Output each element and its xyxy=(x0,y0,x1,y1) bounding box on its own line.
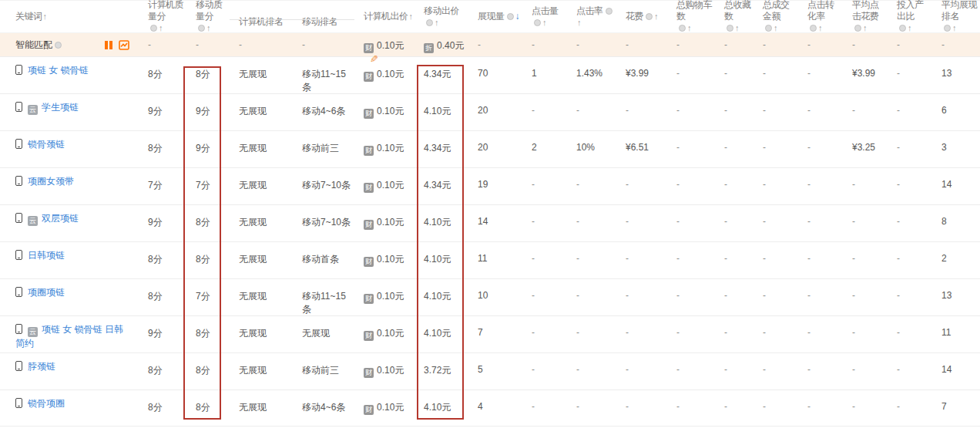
impressions-value: 14 xyxy=(478,216,488,227)
gmv-value: - xyxy=(763,290,766,301)
header-cell-mobile_bid[interactable]: 移动出价↑ xyxy=(414,1,468,32)
info-icon[interactable] xyxy=(534,19,541,26)
mobile_rank-value: 移动4~6条 xyxy=(302,402,345,413)
pc_rank-value: 无展现 xyxy=(239,106,267,116)
cvr-value: - xyxy=(807,68,811,79)
sort-down-icon[interactable]: ↓ xyxy=(515,11,520,22)
keyword-link[interactable]: 锁骨颈链 xyxy=(28,139,65,150)
avg_cpc-value: - xyxy=(852,290,855,301)
table-cell-clicks: - xyxy=(522,94,567,130)
table-cell-clicks: - xyxy=(522,168,567,204)
header-cell-pc_bid[interactable]: 计算机出价↑ xyxy=(354,1,414,32)
header-cell-pc_quality[interactable]: 计算机质量分↑ xyxy=(139,1,186,32)
table-cell-carts: - xyxy=(667,353,715,389)
header-cell-mobile_rank[interactable]: 移动排名 xyxy=(293,1,354,32)
info-icon[interactable] xyxy=(854,25,861,32)
sort-up-icon[interactable]: ↑ xyxy=(687,22,691,34)
header-cell-impressions[interactable]: 展现量↓ xyxy=(468,1,522,32)
clicks-value: - xyxy=(532,216,535,227)
header-cell-avg_rank[interactable]: 平均展现排名↑ xyxy=(932,1,980,32)
info-icon[interactable] xyxy=(765,25,772,32)
header-cell-clicks[interactable]: 点击量↑ xyxy=(522,1,567,32)
sort-up-icon[interactable]: ↑ xyxy=(735,22,739,34)
header-cell-ctr[interactable]: 点击率↑ xyxy=(567,1,616,32)
keyword-link[interactable]: 锁骨项圈 xyxy=(28,398,65,409)
bid-badge-icon: 财 xyxy=(364,72,374,82)
phone-icon xyxy=(15,102,22,112)
carts-value: - xyxy=(676,327,680,338)
info-icon[interactable] xyxy=(55,42,62,49)
info-icon[interactable] xyxy=(150,25,157,32)
sort-up-icon[interactable]: ↑ xyxy=(159,22,163,34)
sort-up-icon[interactable]: ↑ xyxy=(863,22,867,34)
header-cell-cost[interactable]: 花费↑ xyxy=(616,1,667,32)
info-icon[interactable] xyxy=(426,19,433,26)
header-cell-carts[interactable]: 总购物车数↑ xyxy=(667,1,715,32)
info-icon[interactable] xyxy=(507,13,514,20)
info-icon[interactable] xyxy=(606,8,612,15)
pc_rank-value: 无展现 xyxy=(239,291,267,302)
cvr-value: - xyxy=(807,364,811,375)
header-label: 展现量 xyxy=(478,11,505,22)
mobile_rank-value: 移动前三 xyxy=(302,143,339,153)
info-icon[interactable] xyxy=(679,25,686,32)
table-cell-favs: - xyxy=(715,279,753,315)
table-cell-gmv: - xyxy=(753,279,798,315)
header-cell-favs[interactable]: 总收藏数↑ xyxy=(715,1,753,32)
sort-up-icon[interactable]: ↑ xyxy=(908,22,911,34)
pc_quality-value: 8分 xyxy=(148,365,163,376)
keyword-link[interactable]: 双层项链 xyxy=(42,213,79,224)
header-cell-mobile_quality[interactable]: 移动质量分↑ xyxy=(186,1,230,32)
header-label: 点击转化率 xyxy=(807,0,841,22)
avg_cpc-value: ¥3.25 xyxy=(852,142,875,153)
sort-up-icon[interactable]: ↑ xyxy=(654,11,658,22)
table-cell-mobile_bid: 4.10元 xyxy=(414,390,468,426)
keyword-link[interactable]: 日韩项链 xyxy=(28,250,65,261)
sort-up-icon[interactable]: ↑ xyxy=(43,11,47,22)
header-cell-avg_cpc[interactable]: 平均点击花费↑ xyxy=(843,1,888,32)
ctr-value: 1.43% xyxy=(576,68,602,79)
info-icon[interactable] xyxy=(198,25,205,32)
ctr-value: - xyxy=(576,327,579,338)
roi-value: - xyxy=(897,179,900,190)
header-cell-cvr[interactable]: 点击转化率↑ xyxy=(798,1,843,32)
table-body: 智能匹配----财0.10元✎折0.40元-----------项链 女 锁骨链… xyxy=(0,33,980,427)
sort-up-icon[interactable]: ↑ xyxy=(542,17,546,29)
table-cell-mobile_rank: 移动7~10条 xyxy=(293,168,354,204)
header-cell-gmv[interactable]: 总成交金额↑ xyxy=(753,1,798,32)
header-cell-roi[interactable]: 投入产出比↑ xyxy=(888,1,932,32)
sort-up-icon[interactable]: ↑ xyxy=(818,22,822,34)
pause-icon[interactable] xyxy=(105,41,112,49)
info-icon[interactable] xyxy=(899,25,906,32)
keyword-link[interactable]: 项圈女颈带 xyxy=(28,176,74,187)
sort-up-icon[interactable]: ↑ xyxy=(435,17,438,29)
chart-icon[interactable] xyxy=(119,40,129,50)
table-cell-carts: - xyxy=(667,242,715,278)
keyword-link[interactable]: 学生项链 xyxy=(42,102,79,113)
sort-up-icon[interactable]: ↑ xyxy=(409,11,413,22)
edit-icon[interactable]: ✎ xyxy=(370,53,378,65)
header-cell-keyword[interactable]: 关键词↑ xyxy=(0,1,139,32)
keyword-link[interactable]: 项链 女 锁骨链 xyxy=(28,65,89,76)
table-cell-clicks: - xyxy=(522,279,567,315)
table-cell-cvr: - xyxy=(798,205,843,241)
info-icon[interactable] xyxy=(810,25,817,32)
table-cell-cost: - xyxy=(616,316,667,352)
table-cell-avg_cpc: - xyxy=(843,316,888,352)
avg_rank-value: 2 xyxy=(941,253,947,264)
cvr-value: - xyxy=(807,401,811,412)
sort-up-icon[interactable]: ↑ xyxy=(952,22,956,34)
info-icon[interactable] xyxy=(727,25,733,32)
table-cell-pc_bid: 财0.10元 xyxy=(354,131,414,167)
info-icon[interactable] xyxy=(944,25,951,32)
clicks-value: - xyxy=(532,401,535,412)
keyword-link[interactable]: 项圈项链 xyxy=(28,287,65,298)
info-icon[interactable] xyxy=(646,13,653,20)
smart-match-cell: 智能匹配 xyxy=(0,33,139,56)
sort-up-icon[interactable]: ↑ xyxy=(206,22,210,34)
sort-up-icon[interactable]: ↑ xyxy=(577,17,581,29)
table-cell-cvr: - xyxy=(798,390,843,426)
header-cell-pc_rank[interactable]: 计算机排名 xyxy=(230,1,293,32)
sort-up-icon[interactable]: ↑ xyxy=(774,22,777,34)
keyword-link[interactable]: 脖颈链 xyxy=(28,361,55,372)
